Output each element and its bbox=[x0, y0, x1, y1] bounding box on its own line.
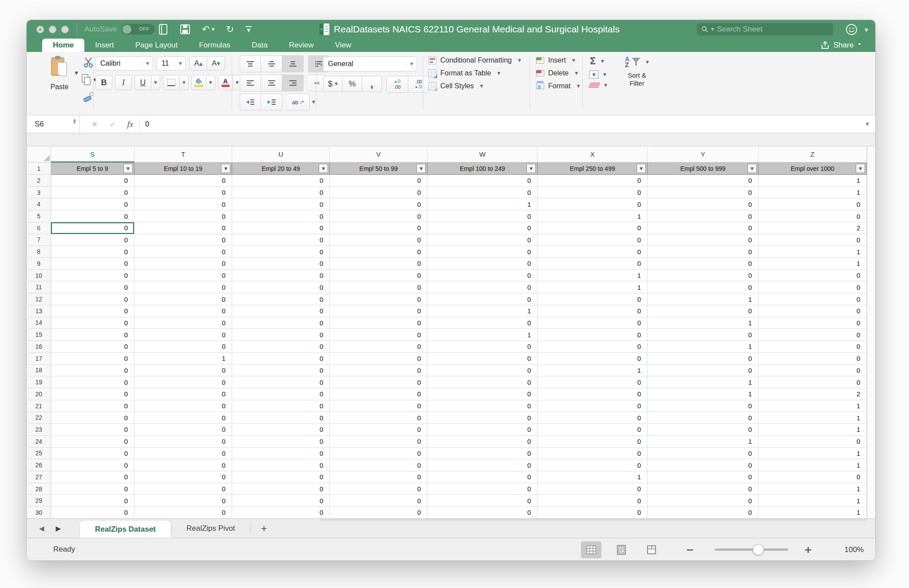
feedback-caret-icon[interactable]: ▼ bbox=[865, 28, 868, 32]
cell-V25[interactable]: 0 bbox=[330, 448, 427, 460]
column-header-W[interactable]: W bbox=[427, 146, 537, 162]
cell-X16[interactable]: 0 bbox=[537, 341, 648, 353]
row-header-27[interactable]: 27 bbox=[27, 471, 51, 483]
paste-button[interactable]: ▼ Paste bbox=[43, 55, 75, 98]
cell-T22[interactable]: 0 bbox=[134, 412, 232, 424]
add-sheet-button[interactable]: + bbox=[251, 519, 277, 538]
cell-V9[interactable]: 0 bbox=[330, 258, 427, 270]
cell-T8[interactable]: 0 bbox=[134, 246, 232, 258]
cell-W5[interactable]: 0 bbox=[427, 210, 537, 222]
cell-X10[interactable]: 1 bbox=[537, 270, 648, 282]
insert-function-icon[interactable]: fx bbox=[127, 119, 134, 129]
autosave-toggle[interactable]: OFF bbox=[122, 24, 154, 35]
cell-W17[interactable]: 0 bbox=[427, 353, 537, 365]
zoom-window-button[interactable] bbox=[61, 26, 69, 33]
undo-button[interactable]: ↶ ▼ bbox=[202, 24, 215, 35]
zoom-slider[interactable] bbox=[715, 549, 788, 551]
align-middle-button[interactable] bbox=[261, 55, 282, 72]
cell-X2[interactable]: 0 bbox=[537, 175, 648, 187]
cell-Y4[interactable]: 0 bbox=[648, 198, 759, 210]
cell-W2[interactable]: 0 bbox=[427, 175, 537, 187]
decrease-font-size-button[interactable]: A▼ bbox=[207, 56, 225, 71]
cell-V26[interactable]: 0 bbox=[330, 459, 427, 471]
cell-V11[interactable]: 0 bbox=[330, 281, 427, 293]
cell-W6[interactable]: 0 bbox=[427, 222, 537, 234]
tab-formulas[interactable]: Formulas bbox=[188, 39, 241, 52]
cell-T27[interactable]: 0 bbox=[134, 471, 232, 483]
row-header-6[interactable]: 6 bbox=[27, 222, 51, 234]
cell-V16[interactable]: 0 bbox=[330, 341, 427, 353]
filter-header-cell-Y[interactable]: Empl 500 to 999▼ bbox=[648, 162, 759, 175]
cell-U19[interactable]: 0 bbox=[232, 376, 330, 388]
cell-S10[interactable]: 0 bbox=[51, 270, 134, 282]
filter-dropdown-button[interactable]: ▼ bbox=[221, 164, 230, 173]
cell-V21[interactable]: 0 bbox=[330, 400, 427, 412]
row-header-13[interactable]: 13 bbox=[27, 305, 51, 317]
cell-V28[interactable]: 0 bbox=[330, 483, 427, 495]
cell-Z10[interactable]: 0 bbox=[759, 270, 867, 282]
zoom-percentage[interactable]: 100% bbox=[835, 545, 864, 554]
cell-Y27[interactable]: 0 bbox=[648, 471, 759, 483]
name-box[interactable]: S6 ▲▼ bbox=[27, 115, 80, 133]
formula-bar-value[interactable]: 0 bbox=[145, 120, 149, 128]
cell-W24[interactable]: 0 bbox=[427, 436, 537, 448]
cell-V22[interactable]: 0 bbox=[330, 412, 427, 424]
search-sheet-input[interactable]: ▼ Search Sheet bbox=[697, 23, 833, 36]
filter-dropdown-button[interactable]: ▼ bbox=[747, 164, 757, 173]
cell-X17[interactable]: 0 bbox=[537, 353, 648, 365]
cell-X24[interactable]: 0 bbox=[537, 436, 648, 448]
cell-U3[interactable]: 0 bbox=[232, 187, 330, 199]
underline-caret-icon[interactable]: ▼ bbox=[151, 75, 160, 90]
cell-X22[interactable]: 0 bbox=[537, 412, 648, 424]
column-header-T[interactable]: T bbox=[134, 146, 232, 162]
align-top-button[interactable] bbox=[240, 55, 261, 72]
cell-Y17[interactable]: 0 bbox=[648, 353, 759, 365]
cell-Y11[interactable]: 0 bbox=[648, 281, 759, 293]
new-workbook-button[interactable] bbox=[158, 24, 168, 35]
row-header-3[interactable]: 3 bbox=[27, 187, 51, 199]
font-size-select[interactable]: 11 ▼ bbox=[157, 56, 186, 71]
cell-X15[interactable]: 0 bbox=[537, 329, 648, 341]
cell-S4[interactable]: 0 bbox=[51, 198, 134, 210]
cell-W13[interactable]: 1 bbox=[427, 305, 537, 317]
cell-Y10[interactable]: 0 bbox=[648, 270, 759, 282]
cell-Z5[interactable]: 0 bbox=[759, 210, 867, 222]
cell-X12[interactable]: 0 bbox=[537, 293, 648, 305]
cell-S8[interactable]: 0 bbox=[51, 246, 134, 258]
cell-W15[interactable]: 1 bbox=[427, 329, 537, 341]
cell-S16[interactable]: 0 bbox=[51, 341, 134, 353]
cell-U12[interactable]: 0 bbox=[232, 293, 330, 305]
cut-button[interactable] bbox=[83, 56, 94, 68]
row-header-19[interactable]: 19 bbox=[27, 376, 51, 388]
previous-sheet-button[interactable]: ◀ bbox=[39, 525, 44, 533]
cell-T23[interactable]: 0 bbox=[134, 424, 232, 436]
row-header-30[interactable]: 30 bbox=[27, 507, 51, 518]
cell-V18[interactable]: 0 bbox=[330, 365, 427, 377]
cell-S9[interactable]: 0 bbox=[51, 258, 134, 270]
cell-Y20[interactable]: 1 bbox=[648, 388, 759, 400]
cell-T14[interactable]: 0 bbox=[134, 317, 232, 329]
align-right-button[interactable] bbox=[282, 75, 304, 91]
cell-Y15[interactable]: 0 bbox=[648, 329, 759, 341]
cell-S26[interactable]: 0 bbox=[51, 459, 134, 471]
cell-T10[interactable]: 0 bbox=[134, 270, 232, 282]
cell-Z3[interactable]: 1 bbox=[759, 187, 867, 199]
cell-Y29[interactable]: 0 bbox=[648, 495, 759, 507]
orientation-caret-icon[interactable]: ▼ bbox=[312, 100, 315, 104]
cell-T20[interactable]: 0 bbox=[134, 388, 232, 400]
cell-V17[interactable]: 0 bbox=[330, 353, 427, 365]
cell-Z13[interactable]: 0 bbox=[759, 305, 867, 317]
cell-X26[interactable]: 0 bbox=[537, 459, 648, 471]
cell-W22[interactable]: 0 bbox=[427, 412, 537, 424]
minimize-button[interactable] bbox=[49, 26, 56, 33]
cell-Y3[interactable]: 0 bbox=[648, 187, 759, 199]
copy-button[interactable]: ▼ bbox=[81, 74, 96, 86]
column-header-Y[interactable]: Y bbox=[648, 146, 759, 162]
row-header-7[interactable]: 7 bbox=[27, 234, 51, 246]
decrease-decimal-button[interactable]: .00 ▸.0 bbox=[408, 76, 429, 92]
cell-Z25[interactable]: 1 bbox=[759, 448, 867, 460]
cell-X29[interactable]: 0 bbox=[537, 495, 648, 507]
cell-T25[interactable]: 0 bbox=[134, 448, 232, 460]
close-button[interactable] bbox=[36, 26, 44, 33]
cell-Y30[interactable]: 0 bbox=[648, 507, 759, 518]
